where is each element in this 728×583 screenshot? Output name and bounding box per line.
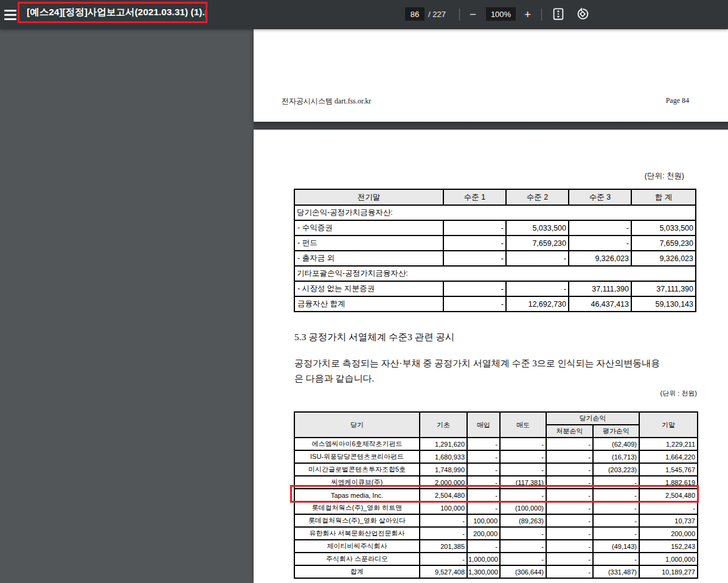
value-cell: - — [443, 251, 506, 266]
row-label-cell: 금융자산 합계 — [294, 296, 443, 312]
column-header: 기말 — [639, 412, 698, 438]
value-cell: 59,130,143 — [631, 296, 696, 312]
value-cell: - — [500, 438, 546, 450]
column-header: 수준 1 — [443, 189, 506, 205]
value-cell: - — [467, 463, 500, 476]
table-row: - 시장성 없는 지분증권--37,111,39037,111,390 — [294, 281, 696, 296]
row-label-cell: 롯데컬처웍스(주)_영화 살아있다 — [294, 514, 420, 527]
value-cell: - — [500, 489, 546, 501]
value-cell: - — [546, 540, 593, 553]
value-cell: - — [546, 463, 593, 476]
column-header: 처분손익 — [546, 425, 593, 438]
value-cell: - — [467, 438, 500, 450]
value-cell: - — [593, 489, 639, 501]
footer-page-number: Page 84 — [666, 96, 689, 106]
value-cell: 100,000 — [420, 501, 467, 514]
row-label-cell: - 시장성 없는 지분증권 — [294, 281, 443, 296]
value-cell: (306,644) — [500, 565, 546, 578]
value-cell: (89,263) — [500, 514, 546, 527]
level3-changes-table: 당기 기초 매입 매도 당기손익 기말 처분손익 평가손익 에스엠씨아이6호제작… — [294, 411, 698, 579]
value-cell: - — [467, 476, 500, 489]
value-cell: 9,326,023 — [569, 251, 631, 266]
row-label-cell: - 수익증권 — [294, 220, 443, 236]
toolbar-divider — [541, 9, 542, 21]
row-label-cell: 합계 — [294, 565, 420, 578]
page-number-input[interactable] — [405, 7, 425, 21]
value-cell: 2,504,480 — [639, 489, 698, 501]
fit-page-icon — [552, 7, 565, 21]
value-cell: - — [443, 220, 506, 236]
value-cell: - — [546, 527, 593, 540]
value-cell: - — [593, 553, 639, 565]
value-cell: - — [467, 540, 500, 553]
row-label-cell: 유한회사 서복문화산업전문회사 — [294, 527, 420, 540]
value-cell: 1,882,619 — [639, 476, 698, 489]
table-row: 에스엠씨아이6호제작초기펀드1,291,620---(62,409)1,229,… — [294, 438, 698, 450]
row-label-cell: - 출자금 외 — [294, 251, 443, 266]
section-cell: 기타포괄손익-공정가치금융자산: — [294, 266, 696, 281]
value-cell: 9,527,408 — [420, 565, 467, 578]
value-cell: - — [506, 251, 569, 266]
value-cell: 1,664,220 — [639, 450, 698, 463]
row-label-cell: 에스엠씨아이6호제작초기펀드 — [294, 438, 420, 450]
value-cell: 201,385 — [420, 540, 467, 553]
value-cell: - — [443, 281, 506, 296]
value-cell: - — [467, 489, 500, 501]
table-row: 유한회사 서복문화산업전문회사-200,000---200,000 — [294, 527, 698, 540]
table-row: - 출자금 외--9,326,0239,326,023 — [294, 251, 696, 266]
zoom-out-button[interactable]: − — [465, 7, 480, 22]
menu-icon[interactable] — [4, 8, 17, 21]
value-cell: - — [506, 281, 569, 296]
pdf-toolbar: [예스24][정정]사업보고서(2021.03.31) (1).pdf / 22… — [0, 0, 728, 29]
column-header: 전기말 — [294, 189, 443, 205]
page-count-label: / 227 — [428, 7, 446, 21]
table-header-row: 당기 기초 매입 매도 당기손익 기말 — [294, 412, 698, 425]
section-cell: 당기손익-공정가치금융자산: — [294, 205, 696, 220]
fair-value-hierarchy-table: 전기말 수준 1 수준 2 수준 3 합 계 당기손익-공정가치금융자산:- 수… — [294, 189, 696, 312]
table-row: - 수익증권-5,033,500-5,033,500 — [294, 220, 696, 236]
table-row: 금융자산 합계-12,692,73046,437,41359,130,143 — [294, 296, 696, 312]
value-cell: - — [420, 514, 467, 527]
value-cell: - — [546, 565, 593, 578]
value-cell: (203,223) — [593, 463, 639, 476]
value-cell: 1,545,767 — [639, 463, 698, 476]
row-label-cell: - 펀드 — [294, 236, 443, 251]
value-cell: - — [569, 236, 631, 251]
rotate-button[interactable] — [575, 6, 591, 22]
rotate-ccw-icon — [576, 7, 589, 21]
pdf-scroll-area[interactable]: 전자공시시스템 dart.fss.or.kr Page 84 (단위: 천원) … — [0, 29, 728, 583]
value-cell: - — [546, 489, 593, 501]
table-row-highlighted: Tapas media, Inc.2,504,480----2,504,480 — [294, 489, 698, 501]
column-header: 기초 — [420, 412, 467, 438]
column-header: 수준 3 — [569, 189, 631, 205]
table-row: 당기손익-공정가치금융자산: — [294, 205, 696, 220]
value-cell: 1,229,211 — [639, 438, 698, 450]
value-cell: 152,243 — [639, 540, 698, 553]
fit-page-button[interactable] — [550, 6, 566, 22]
unit-label-top: (단위: 천원) — [294, 171, 695, 181]
value-cell: 7,659,230 — [506, 236, 569, 251]
value-cell: 5,033,500 — [631, 220, 696, 236]
value-cell: - — [546, 438, 593, 450]
value-cell: - — [546, 476, 593, 489]
zoom-level-field[interactable]: 100% — [486, 7, 516, 21]
value-cell: 10,737 — [639, 514, 698, 527]
value-cell: - — [443, 236, 506, 251]
column-header: 평가손익 — [593, 425, 639, 438]
document-title: [예스24][정정]사업보고서(2021.03.31) (1).pdf — [19, 6, 207, 19]
table-header-row: 전기말 수준 1 수준 2 수준 3 합 계 — [294, 189, 696, 205]
row-label-cell: 씨엔케이큐브(주) — [294, 476, 420, 489]
value-cell: - — [420, 527, 467, 540]
value-cell: 7,659,230 — [631, 236, 696, 251]
column-header: 당기 — [294, 412, 420, 438]
page-gap — [254, 122, 728, 130]
value-cell: (49,143) — [593, 540, 639, 553]
value-cell: 1,300,000 — [467, 565, 500, 578]
zoom-in-button[interactable]: + — [520, 7, 535, 22]
value-cell: 200,000 — [467, 527, 500, 540]
value-cell: 1,000,000 — [639, 553, 698, 565]
value-cell: - — [593, 514, 639, 527]
value-cell: 2,000,000 — [420, 476, 467, 489]
title-highlight-box: [예스24][정정]사업보고서(2021.03.31) (1).pdf — [18, 2, 207, 23]
value-cell: (100,000) — [500, 501, 546, 514]
